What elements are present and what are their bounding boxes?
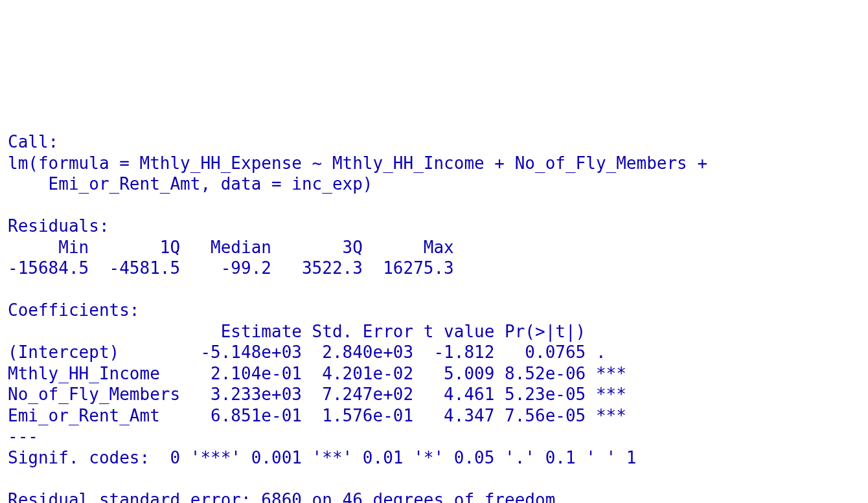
coefficients-label: Coefficients: [8, 300, 140, 320]
call-formula-line1: lm(formula = Mthly_HH_Expense ~ Mthly_HH… [8, 153, 718, 173]
residuals-label: Residuals: [8, 216, 109, 236]
call-formula-line2: Emi_or_Rent_Amt, data = inc_exp) [8, 174, 373, 194]
coef-row-emi: Emi_or_Rent_Amt 6.851e-01 1.576e-01 4.34… [8, 406, 626, 425]
coefficients-header: Estimate Std. Error t value Pr(>|t|) [8, 322, 626, 341]
residual-se-line: Residual standard error: 6860 on 46 degr… [8, 490, 555, 504]
coef-row-members: No_of_Fly_Members 3.233e+03 7.247e+02 4.… [8, 385, 626, 404]
residuals-values: -15684.5 -4581.5 -99.2 3522.3 16275.3 [8, 258, 464, 278]
residuals-header: Min 1Q Median 3Q Max [8, 238, 464, 257]
coef-separator: --- [8, 427, 38, 446]
r-summary-output: Call: lm(formula = Mthly_HH_Expense ~ Mt… [0, 106, 868, 504]
signif-codes: Signif. codes: 0 '***' 0.001 '**' 0.01 '… [8, 448, 637, 467]
coef-row-income: Mthly_HH_Income 2.104e-01 4.201e-02 5.00… [8, 364, 626, 383]
coef-row-intercept: (Intercept) -5.148e+03 2.840e+03 -1.812 … [8, 342, 626, 362]
call-label: Call: [8, 132, 58, 151]
